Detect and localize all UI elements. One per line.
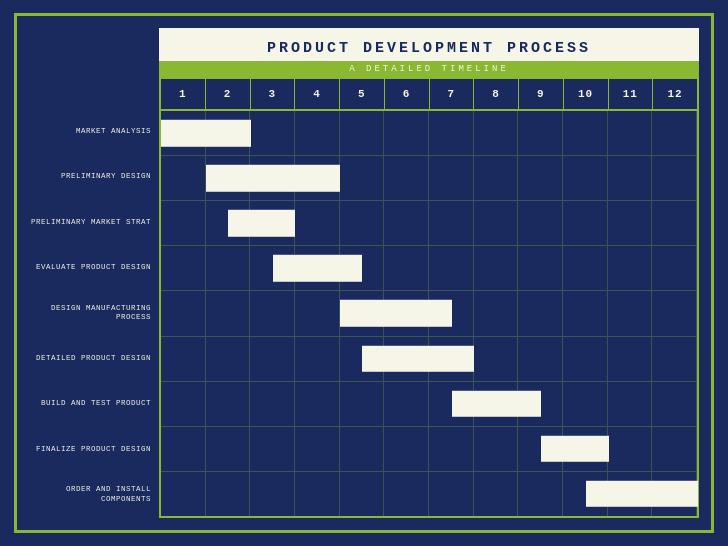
gantt-cell-1-10	[608, 156, 653, 200]
gantt-cell-3-0	[161, 246, 206, 290]
gantt-cell-6-3	[295, 382, 340, 426]
month-cell-4: 4	[295, 79, 340, 109]
gantt-cell-5-9	[563, 337, 608, 381]
gantt-cell-6-2	[250, 382, 295, 426]
gantt-cell-8-5	[384, 472, 429, 516]
gantt-cell-3-7	[474, 246, 519, 290]
subtitle-bar: A DETAILED TIMELINE	[159, 61, 699, 77]
gantt-cell-0-8	[518, 111, 563, 155]
gantt-cell-7-0	[161, 427, 206, 471]
gantt-cell-3-6	[429, 246, 474, 290]
gantt-cell-2-8	[518, 201, 563, 245]
gantt-cell-8-1	[206, 472, 251, 516]
month-cell-9: 9	[519, 79, 564, 109]
row-label-6: BUILD AND TEST PRODUCT	[29, 382, 159, 427]
gantt-cell-1-8	[518, 156, 563, 200]
bar-1	[206, 165, 340, 191]
gantt-cell-1-9	[563, 156, 608, 200]
gantt-cell-0-5	[384, 111, 429, 155]
gantt-cell-2-11	[652, 201, 697, 245]
gantt-cell-8-0	[161, 472, 206, 516]
gantt-cell-2-4	[340, 201, 385, 245]
month-cell-10: 10	[564, 79, 609, 109]
gantt-cell-1-6	[429, 156, 474, 200]
gantt-cell-8-4	[340, 472, 385, 516]
gantt-row-7	[161, 427, 697, 472]
gantt-cell-5-10	[608, 337, 653, 381]
gantt-cell-7-1	[206, 427, 251, 471]
gantt-cell-6-10	[608, 382, 653, 426]
gantt-cell-5-1	[206, 337, 251, 381]
gantt-cell-4-2	[250, 291, 295, 335]
gantt-cell-0-11	[652, 111, 697, 155]
gantt-row-8	[161, 472, 697, 516]
gantt-row-0	[161, 111, 697, 156]
gantt-row-5	[161, 337, 697, 382]
gantt-row-3	[161, 246, 697, 291]
gantt-cell-4-10	[608, 291, 653, 335]
bar-6	[452, 390, 542, 416]
gantt-cell-4-11	[652, 291, 697, 335]
gantt-cell-8-3	[295, 472, 340, 516]
gantt-cell-6-5	[384, 382, 429, 426]
gantt-cell-6-0	[161, 382, 206, 426]
gantt-cell-7-11	[652, 427, 697, 471]
row-label-1: PRELIMINARY DESIGN	[29, 154, 159, 199]
gantt-cell-2-6	[429, 201, 474, 245]
gantt-cell-3-8	[518, 246, 563, 290]
title-section: PRODUCT DEVELOPMENT PROCESS	[159, 28, 699, 61]
gantt-cell-1-7	[474, 156, 519, 200]
label-spacer	[29, 77, 159, 109]
bar-4	[340, 300, 452, 326]
gantt-cell-7-4	[340, 427, 385, 471]
month-header: 123456789101112	[161, 79, 697, 111]
gantt-cell-3-9	[563, 246, 608, 290]
gantt-cell-2-10	[608, 201, 653, 245]
row-label-5: DETAILED PRODUCT DESIGN	[29, 336, 159, 381]
gantt-cell-6-1	[206, 382, 251, 426]
gantt-cell-8-7	[474, 472, 519, 516]
gantt-cell-2-9	[563, 201, 608, 245]
month-cell-12: 12	[653, 79, 697, 109]
subtitle: A DETAILED TIMELINE	[159, 64, 699, 74]
gantt-cell-8-2	[250, 472, 295, 516]
bar-8	[586, 481, 698, 507]
grid-area: 123456789101112	[159, 77, 699, 518]
month-cell-1: 1	[161, 79, 206, 109]
row-label-7: FINALIZE PRODUCT DESIGN	[29, 427, 159, 472]
gantt-cell-6-11	[652, 382, 697, 426]
gantt-cell-3-5	[384, 246, 429, 290]
gantt-cell-7-6	[429, 427, 474, 471]
row-label-0: MARKET ANALYSIS	[29, 109, 159, 154]
month-cell-7: 7	[430, 79, 475, 109]
month-cell-8: 8	[474, 79, 519, 109]
gantt-cell-7-7	[474, 427, 519, 471]
gantt-cell-3-1	[206, 246, 251, 290]
gantt-cell-0-3	[295, 111, 340, 155]
bar-7	[541, 436, 608, 462]
gantt-cell-5-2	[250, 337, 295, 381]
chart-container: PRODUCT DEVELOPMENT PROCESS A DETAILED T…	[29, 28, 699, 518]
gantt-cell-2-7	[474, 201, 519, 245]
gantt-cell-1-4	[340, 156, 385, 200]
row-label-3: EVALUATE PRODUCT DESIGN	[29, 245, 159, 290]
gantt-rows	[161, 111, 697, 516]
main-title: PRODUCT DEVELOPMENT PROCESS	[159, 40, 699, 57]
row-label-4: DESIGN MANUFACTURING PROCESS	[29, 291, 159, 336]
gantt-cell-3-11	[652, 246, 697, 290]
gantt-cell-8-8	[518, 472, 563, 516]
gantt-cell-7-10	[608, 427, 653, 471]
gantt-row-6	[161, 382, 697, 427]
gantt-row-1	[161, 156, 697, 201]
gantt-row-2	[161, 201, 697, 246]
gantt-cell-3-10	[608, 246, 653, 290]
outer-border: PRODUCT DEVELOPMENT PROCESS A DETAILED T…	[14, 13, 714, 533]
bar-2	[228, 210, 295, 236]
month-cell-5: 5	[340, 79, 385, 109]
gantt-cell-4-0	[161, 291, 206, 335]
bar-0	[161, 120, 251, 146]
gantt-cell-0-4	[340, 111, 385, 155]
row-label-8: ORDER AND INSTALL COMPONENTS	[29, 473, 159, 518]
gantt-body: MARKET ANALYSISPRELIMINARY DESIGNPRELIMI…	[29, 77, 699, 518]
row-labels: MARKET ANALYSISPRELIMINARY DESIGNPRELIMI…	[29, 77, 159, 518]
